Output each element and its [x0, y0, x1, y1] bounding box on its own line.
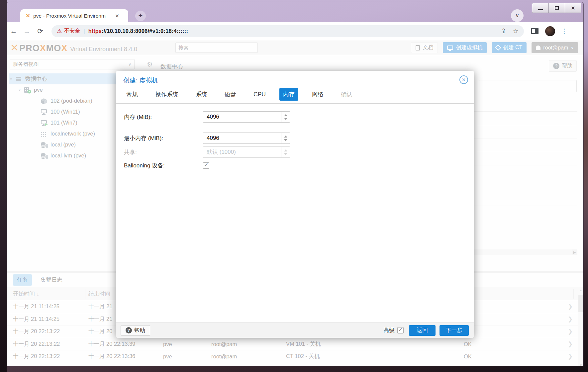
tab-disks[interactable]: 磁盘 — [221, 88, 240, 101]
spinner-arrows-icon[interactable] — [281, 112, 290, 122]
window-controls: ✕ — [532, 3, 581, 13]
back-button[interactable]: 返回 — [409, 325, 436, 336]
ballooning-checkbox[interactable] — [203, 162, 209, 169]
reload-icon[interactable]: ⟳ — [34, 27, 47, 35]
tab-cpu[interactable]: CPU — [250, 89, 269, 100]
new-tab-button[interactable]: + — [135, 11, 146, 21]
minimize-button[interactable] — [532, 3, 548, 13]
side-panel-icon[interactable] — [531, 28, 539, 34]
min-memory-input[interactable] — [203, 133, 279, 143]
ballooning-label: Ballooning 设备: — [124, 162, 203, 169]
browser-window: ✕ pve - Proxmox Virtual Environm ✕ + ∨ ✕… — [7, 2, 584, 366]
forward-icon[interactable]: → — [20, 27, 34, 35]
dialog-footer: ? 帮助 高级 返回 下一步 — [116, 323, 474, 338]
dialog-help-button[interactable]: ? 帮助 — [121, 325, 150, 336]
browser-tab[interactable]: ✕ pve - Proxmox Virtual Environm ✕ — [20, 9, 128, 22]
desktop-wallpaper: ✕ pve - Proxmox Virtual Environm ✕ + ∨ ✕… — [0, 0, 588, 372]
back-icon[interactable]: ← — [7, 27, 20, 35]
bookmark-star-icon[interactable]: ☆ — [513, 27, 519, 35]
next-button[interactable]: 下一步 — [440, 325, 469, 336]
tab-confirm: 确认 — [337, 88, 356, 101]
address-bar[interactable]: ⚠ 不安全 | https ://10.10.10.8:8006/#v1:0:1… — [51, 25, 524, 37]
url-separator: | — [83, 28, 85, 35]
question-icon: ? — [126, 327, 132, 333]
url-text: ://10.10.10.8:8006/#v1:0:18:4:::::: — [102, 28, 188, 34]
shares-input — [203, 147, 279, 157]
advanced-checkbox[interactable] — [397, 327, 404, 333]
tab-os[interactable]: 操作系统 — [151, 88, 182, 101]
tab-general[interactable]: 常规 — [123, 88, 142, 101]
not-secure-label: 不安全 — [64, 28, 80, 35]
min-memory-label: 最小内存 (MiB): — [124, 135, 203, 142]
share-icon[interactable]: ⇪ — [501, 27, 506, 35]
memory-input[interactable] — [203, 112, 279, 122]
memory-stepper[interactable] — [203, 111, 290, 123]
url-scheme: https — [88, 28, 102, 34]
proxmox-page: ✕ PROXMOX Virtual Environment 8.4.0 文档 创… — [7, 40, 583, 366]
dialog-title: 创建: 虚拟机 — [123, 76, 158, 85]
field-separator — [121, 128, 469, 128]
maximize-button[interactable] — [548, 3, 565, 13]
browser-menu-icon[interactable]: ⋮ — [561, 27, 567, 35]
tab-memory[interactable]: 内存 — [279, 88, 298, 101]
tab-close-icon[interactable]: ✕ — [115, 13, 119, 19]
min-memory-stepper[interactable] — [203, 133, 290, 144]
close-icon[interactable]: ✕ — [459, 75, 468, 84]
shares-label: 共享: — [124, 148, 203, 156]
memory-label: 内存 (MiB): — [124, 113, 203, 121]
browser-toolbar: ← → ⟳ ⚠ 不安全 | https ://10.10.10.8:8006/#… — [7, 22, 583, 40]
spinner-arrows-icon[interactable] — [281, 133, 290, 143]
close-window-button[interactable]: ✕ — [565, 3, 581, 13]
shares-stepper — [203, 146, 290, 158]
profile-avatar[interactable] — [545, 26, 555, 36]
tab-title: pve - Proxmox Virtual Environm — [33, 13, 113, 19]
proxmox-favicon: ✕ — [26, 12, 30, 19]
not-secure-warning-icon[interactable]: ⚠ — [57, 28, 62, 35]
advanced-label: 高级 — [383, 326, 395, 334]
tab-search-chevron-icon[interactable]: ∨ — [511, 9, 524, 22]
dialog-tabs: 常规 操作系统 系统 磁盘 CPU 内存 网络 确认 — [123, 88, 356, 101]
tab-network[interactable]: 网络 — [308, 88, 327, 101]
create-vm-dialog: 创建: 虚拟机 ✕ 常规 操作系统 系统 磁盘 CPU 内存 网络 确认 内存 … — [116, 71, 474, 338]
spinner-arrows-icon — [281, 147, 290, 157]
tab-strip: ✕ pve - Proxmox Virtual Environm ✕ + ∨ ✕ — [7, 2, 583, 22]
tab-system[interactable]: 系统 — [192, 88, 211, 101]
